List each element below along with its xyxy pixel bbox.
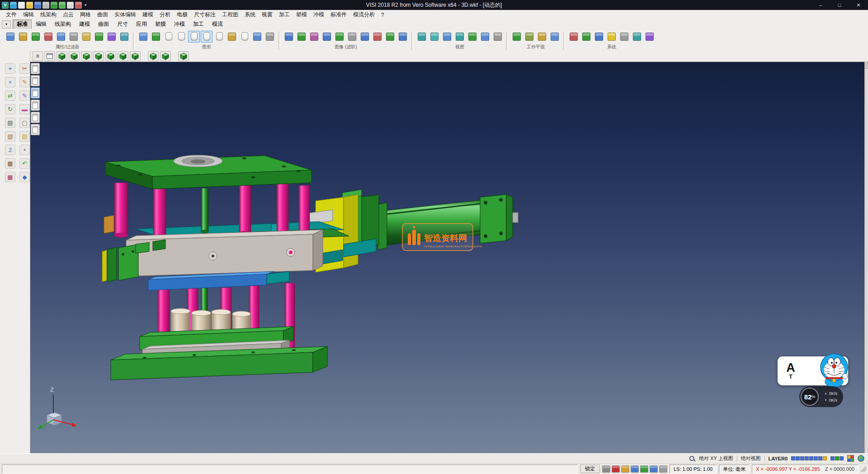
toolbar-icon[interactable]	[264, 31, 276, 43]
toolbar-icon[interactable]	[308, 31, 320, 43]
toolbar-icon[interactable]	[321, 31, 333, 43]
status-icon[interactable]	[612, 465, 620, 473]
scrollbar-button[interactable]	[865, 62, 868, 69]
menu-item[interactable]: 加工	[276, 10, 293, 19]
qat-icon[interactable]	[26, 2, 33, 9]
toolbar-icon[interactable]	[137, 31, 149, 43]
toolbar-icon[interactable]	[213, 31, 225, 43]
menu-item[interactable]: 文件	[3, 10, 20, 19]
clipboard-icon[interactable]	[31, 112, 40, 123]
view-cube-icon[interactable]	[81, 51, 92, 61]
viewport-canvas[interactable]: Z 智造资料网 INTELLIGENT MANUFACTURING DATA	[30, 62, 868, 453]
toolbar-icon[interactable]	[492, 31, 504, 43]
sidebar-icon[interactable]: ▦	[5, 158, 15, 169]
toolbar-icon[interactable]	[251, 31, 263, 43]
ribbon-tab[interactable]: 曲面	[94, 19, 113, 29]
menu-item[interactable]: 分析	[156, 10, 174, 19]
status-icon[interactable]	[621, 465, 629, 473]
view-cube-icon[interactable]	[130, 51, 141, 61]
menu-item[interactable]: 模流分析	[350, 10, 378, 19]
ribbon-tab[interactable]: 塑膜	[151, 19, 170, 29]
qat-icon[interactable]	[75, 2, 82, 9]
sidebar-icon[interactable]: ▬	[19, 104, 30, 114]
sidebar-icon[interactable]: ▩	[5, 172, 15, 182]
toolbar-icon[interactable]	[283, 31, 295, 43]
toolbar-icon[interactable]	[536, 31, 548, 43]
view-cube-icon[interactable]	[57, 51, 67, 61]
toolbar-icon[interactable]	[372, 31, 383, 43]
clipboard-icon[interactable]	[31, 124, 40, 135]
toolbar-icon[interactable]	[106, 31, 118, 43]
view-cube-icon[interactable]	[160, 51, 171, 61]
menu-item[interactable]: 曲面	[94, 10, 111, 19]
toolbar-icon[interactable]	[68, 31, 80, 43]
sidebar-icon[interactable]: ▢	[19, 118, 30, 128]
toolbar-icon[interactable]	[593, 31, 605, 43]
toolbar-icon[interactable]	[644, 31, 656, 43]
ribbon-tab[interactable]: 尺寸	[113, 19, 132, 29]
sidebar-icon[interactable]: ↶	[19, 158, 30, 169]
qat-icon[interactable]	[34, 2, 41, 9]
status-abs-view[interactable]: 绝对视图	[741, 455, 761, 462]
sidebar-icon[interactable]: ↻	[5, 104, 15, 114]
toolbar-icon[interactable]	[188, 31, 200, 43]
toolbar-icon[interactable]	[511, 31, 523, 43]
layer-colors-b[interactable]	[830, 456, 844, 460]
qat-icon[interactable]	[59, 2, 66, 9]
sidebar-icon[interactable]: ◆	[19, 172, 30, 182]
toolbar-icon[interactable]	[441, 31, 453, 43]
menu-item[interactable]: 冲模	[310, 10, 327, 19]
sidebar-icon[interactable]: ▤	[19, 131, 30, 142]
toolbar-icon[interactable]	[163, 31, 175, 43]
clipboard-icon[interactable]	[31, 75, 40, 86]
qat-icon[interactable]	[51, 2, 57, 9]
view-menu-icon[interactable]: ≡	[32, 51, 43, 61]
ribbon-tab[interactable]: 建模	[75, 19, 94, 29]
toolbar-icon[interactable]	[93, 31, 105, 43]
sidebar-icon[interactable]: ⌖	[5, 63, 15, 74]
qat-dropdown-icon[interactable]: ▾	[85, 3, 87, 7]
toolbar-icon[interactable]	[30, 31, 42, 43]
toolbar-icon[interactable]	[467, 31, 478, 43]
status-view-mode[interactable]: 绝对 XY 上视图	[699, 455, 733, 462]
ribbon-tab[interactable]: 编辑	[32, 19, 51, 29]
toolbar-icon[interactable]	[479, 31, 491, 43]
toolbar-icon[interactable]	[334, 31, 345, 43]
tab-dropdown-button[interactable]: ▾	[2, 20, 11, 28]
resize-grip[interactable]	[861, 466, 866, 472]
toolbar-icon[interactable]	[118, 31, 130, 43]
menu-item[interactable]: 建模	[139, 10, 156, 19]
view-cube-icon[interactable]	[148, 51, 159, 61]
status-icon[interactable]	[602, 465, 610, 473]
toolbar-icon[interactable]	[397, 31, 409, 43]
toolbar-icon[interactable]	[226, 31, 238, 43]
sidebar-icon[interactable]: ▤	[5, 118, 15, 128]
search-icon[interactable]	[689, 455, 695, 462]
menu-item[interactable]: 尺寸标注	[191, 10, 219, 19]
model-die-block[interactable]	[126, 230, 323, 276]
layer-colors-a[interactable]	[791, 456, 827, 460]
toolbar-icon[interactable]	[55, 31, 67, 43]
sidebar-icon[interactable]: ⇄	[5, 90, 15, 101]
toolbar-icon[interactable]	[5, 31, 16, 43]
status-icon[interactable]	[640, 465, 648, 473]
status-layer-name[interactable]: LAYER0	[769, 456, 788, 461]
layer-grid-icon[interactable]	[847, 455, 854, 462]
percent-badge[interactable]: 82%	[801, 388, 819, 406]
qat-icon[interactable]	[42, 2, 49, 9]
toolbar-icon[interactable]	[346, 31, 358, 43]
view-cube-icon[interactable]	[105, 51, 116, 61]
qat-icon[interactable]	[67, 2, 74, 9]
qat-icon[interactable]	[10, 2, 17, 9]
toolbar-icon[interactable]	[549, 31, 561, 43]
menu-item[interactable]: 网格	[77, 10, 94, 19]
toolbar-icon[interactable]	[580, 31, 592, 43]
toolbar-icon[interactable]	[42, 31, 54, 43]
menu-item[interactable]: 塑模	[293, 10, 310, 19]
view-cube-icon[interactable]	[178, 51, 189, 61]
sidebar-icon[interactable]: •	[19, 145, 30, 155]
toolbar-icon[interactable]	[201, 31, 212, 43]
toolbar-icon[interactable]	[568, 31, 580, 43]
model-top-plate[interactable]	[105, 155, 311, 189]
globe-icon[interactable]	[858, 455, 864, 462]
